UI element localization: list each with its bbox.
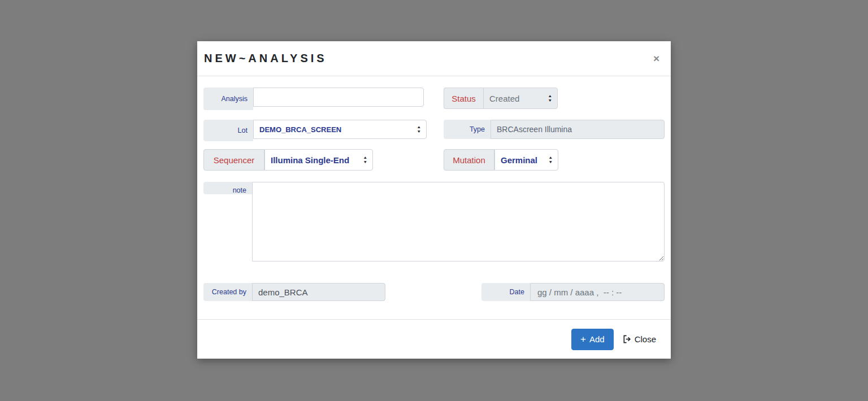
caret-up-icon: ▲ (548, 156, 553, 160)
status-select[interactable]: Created ▲ ▼ (483, 88, 558, 109)
form-row-note: note (203, 182, 665, 261)
add-button-label: Add (589, 334, 605, 344)
caret-up-icon: ▲ (548, 94, 552, 98)
status-field-group: Status Created ▲ ▼ (444, 88, 558, 109)
status-select-value: Created (489, 94, 519, 103)
sequencer-select-value: Illumina Single-End (271, 155, 349, 165)
analysis-label: Analysis (203, 88, 253, 110)
created-by-value: demo_BRCA (252, 283, 385, 301)
mutation-select[interactable]: Germinal ▲ ▼ (494, 149, 558, 171)
page-title: NEW~ANALYSIS (204, 52, 327, 65)
add-button[interactable]: + Add (571, 329, 614, 350)
lot-select[interactable]: DEMO_BRCA_SCREEN ▲ ▼ (253, 120, 427, 139)
select-arrows-icon: ▲ ▼ (548, 94, 552, 102)
mutation-select-value: Germinal (501, 155, 537, 165)
form-row-3: Sequencer Illumina Single-End ▲ ▼ Mutati… (203, 149, 665, 171)
caret-up-icon: ▲ (416, 125, 421, 129)
select-arrows-icon: ▲ ▼ (363, 156, 367, 164)
analysis-input[interactable] (253, 88, 424, 107)
caret-down-icon: ▼ (363, 160, 367, 164)
close-button-label: Close (635, 334, 656, 344)
created-by-label: Created by (203, 283, 252, 301)
form-row-2: Lot DEMO_BRCA_SCREEN ▲ ▼ Type BRCAscreen… (203, 120, 665, 139)
modal-footer: + Add Close (197, 319, 671, 359)
select-arrows-icon: ▲ ▼ (416, 125, 421, 133)
mutation-label: Mutation (444, 149, 494, 171)
type-label: Type (444, 120, 491, 139)
note-label: note (203, 182, 252, 194)
mutation-field-group: Mutation Germinal ▲ ▼ (444, 149, 558, 171)
analysis-field-group: Analysis (203, 88, 665, 110)
date-label: Date (481, 283, 530, 301)
close-icon[interactable]: × (653, 53, 659, 64)
status-label: Status (444, 88, 483, 109)
caret-down-icon: ▼ (548, 99, 552, 103)
page-background: NEW~ANALYSIS × Analysis Status Created ▲… (0, 0, 868, 401)
new-analysis-modal: NEW~ANALYSIS × Analysis Status Created ▲… (197, 41, 671, 359)
modal-body: Analysis Status Created ▲ ▼ Lo (197, 76, 671, 319)
date-field-group: Date (481, 283, 665, 301)
sequencer-select[interactable]: Illumina Single-End ▲ ▼ (264, 149, 373, 171)
form-row-5: Created by demo_BRCA Date (203, 283, 665, 301)
note-textarea[interactable] (252, 182, 665, 261)
date-input[interactable] (530, 283, 665, 301)
type-value: BRCAscreen Illumina (491, 120, 665, 139)
plus-icon: + (580, 334, 586, 344)
close-button[interactable]: Close (623, 334, 656, 344)
type-field-group: Type BRCAscreen Illumina (444, 120, 665, 139)
caret-down-icon: ▼ (416, 130, 421, 134)
note-field-group: note (203, 182, 665, 261)
signout-icon (623, 335, 631, 343)
sequencer-field-group: Sequencer Illumina Single-End ▲ ▼ (203, 149, 665, 171)
sequencer-label: Sequencer (203, 149, 264, 171)
modal-header: NEW~ANALYSIS × (197, 41, 671, 76)
select-arrows-icon: ▲ ▼ (548, 156, 553, 164)
lot-select-value: DEMO_BRCA_SCREEN (259, 125, 341, 134)
caret-down-icon: ▼ (548, 160, 553, 164)
lot-label: Lot (203, 120, 253, 141)
form-row-1: Analysis Status Created ▲ ▼ (203, 88, 665, 109)
caret-up-icon: ▲ (363, 156, 367, 160)
